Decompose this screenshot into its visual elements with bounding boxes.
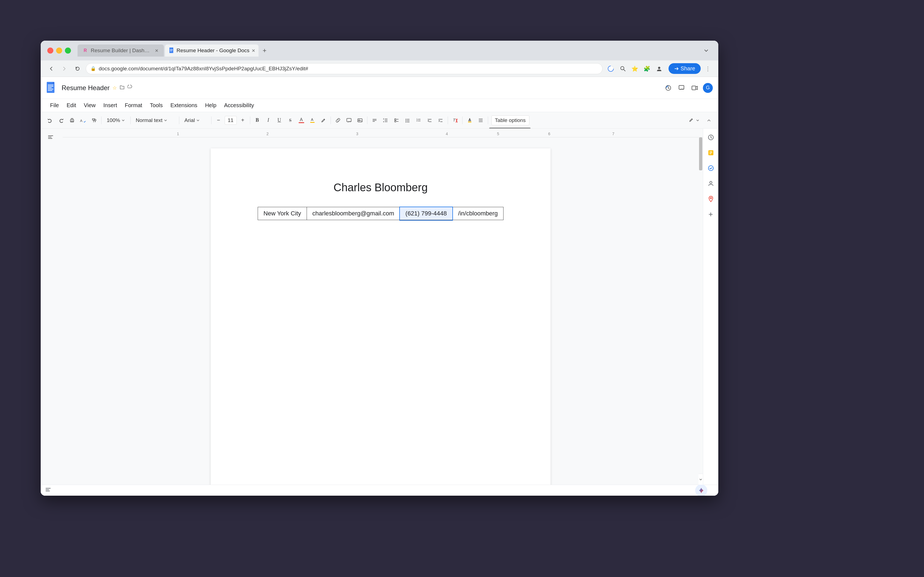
- link-button[interactable]: [333, 115, 343, 125]
- add-tab-button[interactable]: +: [260, 46, 270, 55]
- menu-help[interactable]: Help: [201, 101, 220, 110]
- cloud-icon[interactable]: [127, 85, 133, 91]
- cell-phone[interactable]: (621) 799-4448: [400, 207, 452, 220]
- increase-font-button[interactable]: +: [238, 115, 248, 125]
- checklist-button[interactable]: [392, 115, 402, 125]
- highlight-button[interactable]: [307, 115, 317, 125]
- user-avatar[interactable]: G: [703, 83, 713, 93]
- edit-mode-button[interactable]: [685, 116, 703, 125]
- menu-view[interactable]: View: [80, 101, 100, 110]
- close-button[interactable]: [47, 48, 53, 53]
- undo-button[interactable]: [45, 115, 55, 125]
- docs-menubar: File Edit View Insert Format Tools Exten…: [41, 99, 718, 112]
- text-spacing-button[interactable]: [476, 115, 486, 125]
- profile-icon[interactable]: [654, 64, 664, 74]
- print-button[interactable]: [67, 115, 77, 125]
- underline-button[interactable]: U: [275, 115, 284, 125]
- contacts-panel-icon[interactable]: [705, 178, 716, 189]
- tabs-bar: R Resume Builder | Dashboard ✕ Resume He…: [78, 45, 696, 56]
- share-button[interactable]: Share: [669, 63, 701, 74]
- text-color-button[interactable]: A: [296, 115, 306, 125]
- zoom-select[interactable]: 100%: [104, 116, 128, 125]
- ruler: 1 2 3 4 5 6 7: [63, 129, 703, 137]
- maps-panel-icon[interactable]: [705, 193, 716, 205]
- svg-point-64: [710, 181, 712, 184]
- font-size-input[interactable]: 11: [225, 116, 237, 125]
- folder-icon[interactable]: [120, 85, 124, 91]
- font-select[interactable]: Arial: [181, 116, 209, 125]
- outline-toggle[interactable]: [45, 487, 51, 494]
- extensions-icon[interactable]: 🧩: [642, 64, 652, 74]
- minimize-button[interactable]: [56, 48, 62, 53]
- style-select[interactable]: Normal text: [133, 116, 177, 125]
- paint-format-button[interactable]: [89, 115, 99, 125]
- notes-panel-icon[interactable]: [705, 147, 716, 158]
- document-main-title: Charles Bloomberg: [249, 181, 512, 194]
- reload-button[interactable]: [73, 64, 82, 74]
- bold-button[interactable]: B: [252, 115, 262, 125]
- collapse-toolbar-button[interactable]: [704, 115, 714, 125]
- window-menu-button[interactable]: [701, 48, 712, 53]
- table-options-button[interactable]: Table options Table properties: [491, 115, 529, 125]
- tab-google-docs[interactable]: Resume Header - Google Docs ✕: [165, 45, 258, 56]
- scrollbar-thumb[interactable]: [699, 137, 702, 170]
- menu-tools[interactable]: Tools: [146, 101, 166, 110]
- spellcheck-button[interactable]: A: [78, 115, 88, 125]
- add-panel-icon[interactable]: +: [705, 209, 716, 220]
- search-icon[interactable]: [618, 64, 628, 74]
- menu-extensions[interactable]: Extensions: [166, 101, 201, 110]
- italic-button[interactable]: I: [263, 115, 273, 125]
- maximize-button[interactable]: [65, 48, 71, 53]
- comment-button[interactable]: [344, 115, 354, 125]
- background-color-button[interactable]: [465, 115, 475, 125]
- image-button[interactable]: [355, 115, 365, 125]
- star-icon[interactable]: ☆: [113, 85, 117, 91]
- comments-icon[interactable]: [677, 83, 687, 93]
- align-button[interactable]: [370, 115, 380, 125]
- decrease-font-button[interactable]: −: [214, 115, 224, 125]
- menu-insert[interactable]: Insert: [100, 101, 121, 110]
- gemini-button[interactable]: [695, 484, 707, 496]
- history-panel-icon[interactable]: [705, 132, 716, 143]
- numbered-list-button[interactable]: 1.2.: [414, 115, 423, 125]
- strikethrough-button[interactable]: S: [286, 115, 296, 125]
- docs-app: Resume Header ☆: [41, 77, 718, 496]
- address-bar[interactable]: 🔒 docs.google.com/document/d/1qITa79Az88…: [86, 63, 603, 74]
- history-icon[interactable]: [663, 83, 673, 93]
- decrease-indent-button[interactable]: [425, 115, 435, 125]
- tab-google-docs-close[interactable]: ✕: [252, 48, 255, 53]
- doc-page-area[interactable]: Charles Bloomberg New York City charlesb…: [63, 137, 698, 485]
- tab-resume-builder-close[interactable]: ✕: [153, 48, 160, 53]
- tasks-panel-icon[interactable]: [705, 163, 716, 174]
- more-options-icon[interactable]: ⋮: [703, 64, 713, 74]
- line-spacing-button[interactable]: [381, 115, 391, 125]
- increase-indent-button[interactable]: [436, 115, 446, 125]
- panel-expand-button[interactable]: [698, 474, 703, 485]
- cell-email[interactable]: charlesbloomberg@gmail.com: [307, 207, 400, 220]
- outline-icon[interactable]: [47, 134, 54, 142]
- menu-accessibility[interactable]: Accessibility: [220, 101, 258, 110]
- menu-file[interactable]: File: [46, 101, 63, 110]
- menu-format[interactable]: Format: [121, 101, 146, 110]
- bookmark-icon[interactable]: ⭐: [630, 64, 640, 74]
- svg-point-5: [621, 66, 624, 70]
- scrollbar-track[interactable]: [698, 137, 703, 485]
- back-button[interactable]: [46, 64, 56, 74]
- meet-icon[interactable]: [690, 83, 699, 93]
- tab-resume-builder[interactable]: R Resume Builder | Dashboard ✕: [78, 45, 164, 56]
- cell-linkedin[interactable]: /in/cbloomberg: [452, 207, 503, 220]
- google-icon[interactable]: [606, 64, 616, 74]
- ruler-mark-3: 3: [356, 132, 358, 136]
- cell-location[interactable]: New York City: [258, 207, 307, 220]
- svg-rect-10: [48, 86, 53, 87]
- menu-edit[interactable]: Edit: [63, 101, 80, 110]
- forward-button[interactable]: [60, 64, 69, 74]
- scrollbar[interactable]: [698, 137, 703, 485]
- redo-button[interactable]: [56, 115, 66, 125]
- annotation-button[interactable]: [318, 115, 328, 125]
- list-button[interactable]: [402, 115, 412, 125]
- clear-formatting-button[interactable]: T: [450, 115, 460, 125]
- document-title[interactable]: Resume Header: [61, 84, 110, 92]
- docs-toolbar: A 100% Normal text Arial: [41, 112, 718, 129]
- title-bar: R Resume Builder | Dashboard ✕ Resume He…: [41, 41, 718, 60]
